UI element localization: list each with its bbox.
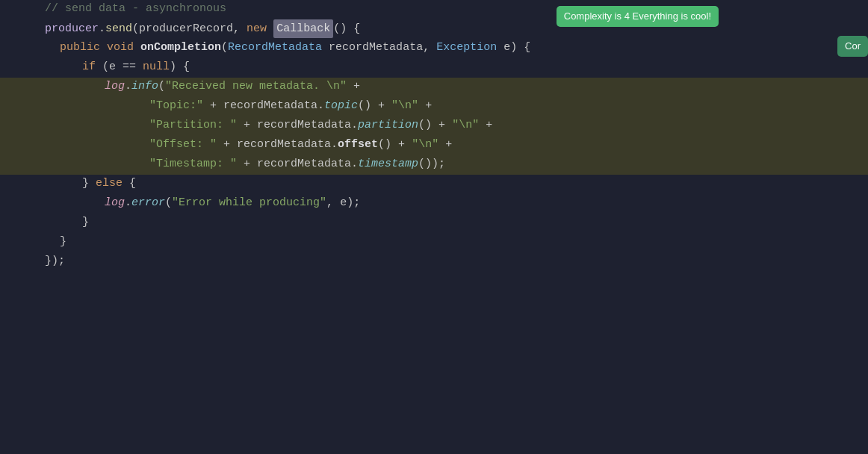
send-method: send: [105, 20, 132, 37]
code-line-7: "Partition: " + recordMetadata.partition…: [0, 116, 868, 136]
oncompletion-method: onCompletion: [140, 39, 221, 56]
code-line-5: log.info("Received new metadata. \n" +: [0, 78, 868, 97]
code-line-4: if (e == null) {: [0, 58, 868, 78]
producer-var: producer: [45, 20, 99, 37]
cor-tooltip: Cor: [837, 36, 868, 57]
code-line-9: "Timestamp: " + recordMetadata.timestamp…: [0, 155, 868, 175]
code-line-10: } else {: [0, 175, 868, 194]
complexity-tooltip: Complexity is 4 Everything is cool!: [557, 6, 719, 27]
code-line-14: });: [0, 252, 868, 272]
code-line-1: // send data - asynchronous: [0, 0, 868, 19]
code-editor: Complexity is 4 Everything is cool! Cor …: [0, 0, 868, 454]
code-line-6: "Topic:" + recordMetadata.topic() + "\n"…: [0, 97, 868, 116]
comment-text: // send data - asynchronous: [45, 0, 226, 17]
callback-highlight: Callback: [273, 19, 333, 38]
code-line-2: producer.send(producerRecord, new Callba…: [0, 19, 868, 39]
code-line-13: }: [0, 233, 868, 252]
code-line-12: }: [0, 214, 868, 233]
code-line-8: "Offset: " + recordMetadata.offset() + "…: [0, 136, 868, 155]
code-line-11: log.error("Error while producing", e);: [0, 194, 868, 214]
code-line-3: public void onCompletion(RecordMetadata …: [0, 39, 868, 58]
